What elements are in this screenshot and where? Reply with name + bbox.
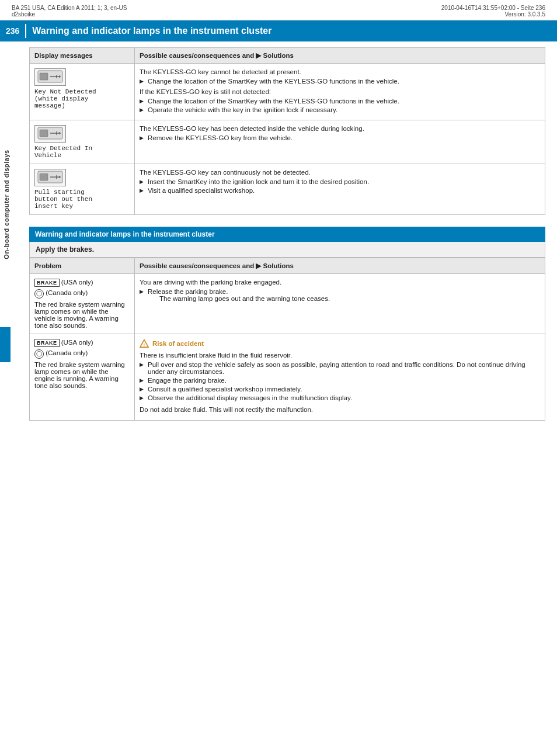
header-right-top: 2010-04-16T14:31:55+02:00 - Seite 236 <box>441 5 545 11</box>
side-accent <box>0 327 11 362</box>
svg-text:!: ! <box>144 342 145 348</box>
risk-warning-intro: There is insufficient brake fluid in the… <box>140 352 540 359</box>
section2-subheader: Apply the brakes. <box>29 242 545 258</box>
svg-rect-11 <box>40 174 48 181</box>
circle-brake-icon: ◯ <box>34 289 44 299</box>
table1-row2-left: Key Detected InVehicle <box>30 120 135 164</box>
list-item: Change the location of the SmartKey with… <box>140 98 540 105</box>
list-item: Release the parking brake. The warning l… <box>140 288 540 302</box>
brake-badge-icon2: BRAKE <box>34 339 60 347</box>
table2-row1-left: BRAKE (USA only) ◯ (Canada only) The red… <box>30 274 135 334</box>
table2-row2-left: BRAKE (USA only) ◯ (Canada only) The red… <box>30 334 135 421</box>
canada-label: (Canada only) <box>46 289 88 296</box>
table1-col1-header: Display messages <box>30 48 135 64</box>
table-row: Pull startingbutton out theninsert key T… <box>30 164 545 215</box>
list-item: Pull over and stop the vehicle safely as… <box>140 361 540 375</box>
list-item: Insert the SmartKey into the ignition lo… <box>140 178 540 185</box>
table1-col2-header: Possible causes/consequences and ▶ Solut… <box>135 48 545 64</box>
main-content: Display messages Possible causes/consequ… <box>18 41 557 444</box>
list-item: Consult a qualified specialist workshop … <box>140 386 540 393</box>
table-row: Key Not Detected(white displaymessage) T… <box>30 64 545 120</box>
table-row: BRAKE (USA only) ◯ (Canada only) The red… <box>30 274 545 334</box>
list-item: Engage the parking brake. <box>140 377 540 384</box>
page-number: 236 <box>0 24 26 38</box>
list-item: Remove the KEYLESS-GO key from the vehic… <box>140 134 540 141</box>
table-display-messages: Display messages Possible causes/consequ… <box>29 47 545 215</box>
table-row: BRAKE (USA only) ◯ (Canada only) The red… <box>30 334 545 421</box>
pull-starting-icon <box>34 169 66 186</box>
brake-desc-2: The red brake system warning lamp comes … <box>34 361 130 389</box>
brake-badge-icon: BRAKE <box>34 279 60 287</box>
risk-warning: ! Risk of accident <box>140 339 540 348</box>
key-not-detected-icon <box>34 68 66 86</box>
list-item: Observe the additional display messages … <box>140 394 540 401</box>
side-label-container: On-board computer and displays <box>0 58 13 351</box>
header-left-bottom: d2sboike <box>12 11 127 18</box>
table2-col1-header: Problem <box>30 258 135 274</box>
table2-row2-right: ! Risk of accident There is insufficient… <box>135 334 545 421</box>
svg-rect-6 <box>40 130 48 137</box>
svg-rect-1 <box>40 73 48 80</box>
key-detected-icon <box>34 125 66 143</box>
table1-row1-right: The KEYLESS-GO key cannot be detected at… <box>135 64 545 120</box>
doc-header: BA 251 USA, CA Edition A 2011; 1; 3, en-… <box>0 0 557 20</box>
table1-row1-left: Key Not Detected(white displaymessage) <box>30 64 135 120</box>
risk-warning-title: Risk of accident <box>152 340 204 347</box>
brake-usa-label: (USA only) <box>61 279 93 286</box>
canada-label2: (Canada only) <box>46 349 88 356</box>
key-detected-label: Key Detected InVehicle <box>34 145 130 159</box>
list-item: Visit a qualified specialist workshop. <box>140 187 540 194</box>
header-right-bottom: Version: 3.0.3.5 <box>441 11 545 18</box>
list-item: Change the location of the SmartKey with… <box>140 78 540 85</box>
table2-row1-right: You are driving with the parking brake e… <box>135 274 545 334</box>
brake-usa-label2: (USA only) <box>61 339 93 346</box>
page-title: Warning and indicator lamps in the instr… <box>32 26 271 36</box>
table1-row3-left: Pull startingbutton out theninsert key <box>30 164 135 215</box>
section2-header: Warning and indicator lamps in the instr… <box>29 227 545 242</box>
circle-brake-icon2: ◯ <box>34 349 44 359</box>
key-not-detected-label: Key Not Detected(white displaymessage) <box>34 88 130 109</box>
table1-row2-right: The KEYLESS-GO key has been detected ins… <box>135 120 545 164</box>
brake-desc-1: The red brake system warning lamp comes … <box>34 301 130 329</box>
list-item: Operate the vehicle with the key in the … <box>140 106 540 113</box>
table-brake: Problem Possible causes/consequences and… <box>29 258 545 421</box>
table2-col2-header: Possible causes/consequences and ▶ Solut… <box>135 258 545 274</box>
table1-row3-right: The KEYLESS-GO key can continuously not … <box>135 164 545 215</box>
side-label: On-board computer and displays <box>3 150 10 259</box>
header-left-top: BA 251 USA, CA Edition A 2011; 1; 3, en-… <box>12 5 127 11</box>
pull-starting-label: Pull startingbutton out theninsert key <box>34 189 130 210</box>
table-row: Key Detected InVehicle The KEYLESS-GO ke… <box>30 120 545 164</box>
page-title-bar: 236 Warning and indicator lamps in the i… <box>0 20 557 41</box>
risk-warning-footer: Do not add brake fluid. This will not re… <box>140 406 540 413</box>
warning-triangle-icon: ! <box>140 339 149 348</box>
